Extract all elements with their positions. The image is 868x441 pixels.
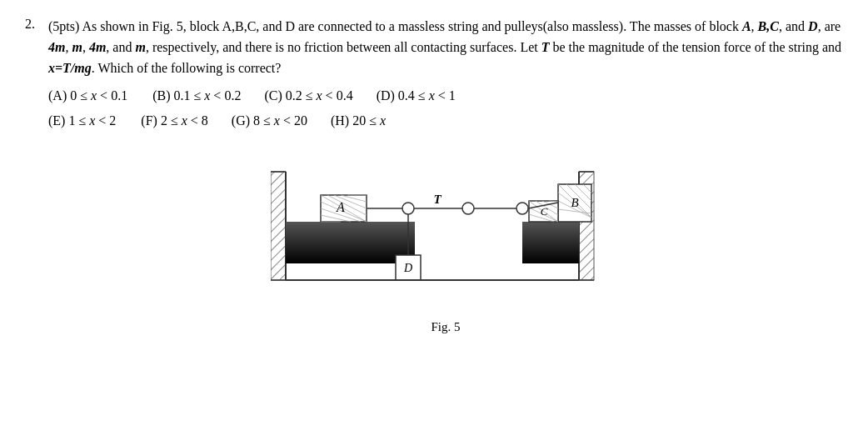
question-block: 2. (5pts) As shown in Fig. 5, block A,B,… xyxy=(25,17,843,334)
choice-B: (B) 0.1 ≤ x < 0.2 xyxy=(152,85,241,107)
svg-rect-27 xyxy=(522,222,579,263)
choice-D: (D) 0.4 ≤ x < 1 xyxy=(377,85,456,107)
choice-A: (A) 0 ≤ x < 0.1 xyxy=(48,85,127,107)
figure-diagram: A D T xyxy=(271,147,621,313)
svg-text:T: T xyxy=(433,193,441,206)
choice-H: (H) 20 ≤ x xyxy=(331,110,386,132)
question-text: (5pts) As shown in Fig. 5, block A,B,C, … xyxy=(48,17,843,78)
question-content: (5pts) As shown in Fig. 5, block A,B,C, … xyxy=(48,17,843,334)
choice-E: (E) 1 ≤ x < 2 xyxy=(48,110,116,132)
choices-row-1: (A) 0 ≤ x < 0.1 (B) 0.1 ≤ x < 0.2 (C) 0.… xyxy=(48,85,843,107)
svg-rect-1 xyxy=(271,172,286,280)
svg-text:B: B xyxy=(571,196,578,209)
figure-caption: Fig. 5 xyxy=(431,320,460,334)
svg-text:A: A xyxy=(336,200,345,214)
question-number: 2. xyxy=(25,17,48,334)
choice-C: (C) 0.2 ≤ x < 0.4 xyxy=(264,85,352,107)
svg-text:C: C xyxy=(541,205,548,218)
choices-row-2: (E) 1 ≤ x < 2 (F) 2 ≤ x < 8 (G) 8 ≤ x < … xyxy=(48,110,843,132)
choice-F: (F) 2 ≤ x < 8 xyxy=(141,110,207,132)
svg-point-22 xyxy=(462,203,474,214)
figure-area: A D T xyxy=(48,147,843,334)
svg-point-24 xyxy=(516,203,528,214)
svg-point-16 xyxy=(402,203,414,214)
choice-G: (G) 8 ≤ x < 20 xyxy=(232,110,307,132)
svg-text:D: D xyxy=(403,262,412,274)
